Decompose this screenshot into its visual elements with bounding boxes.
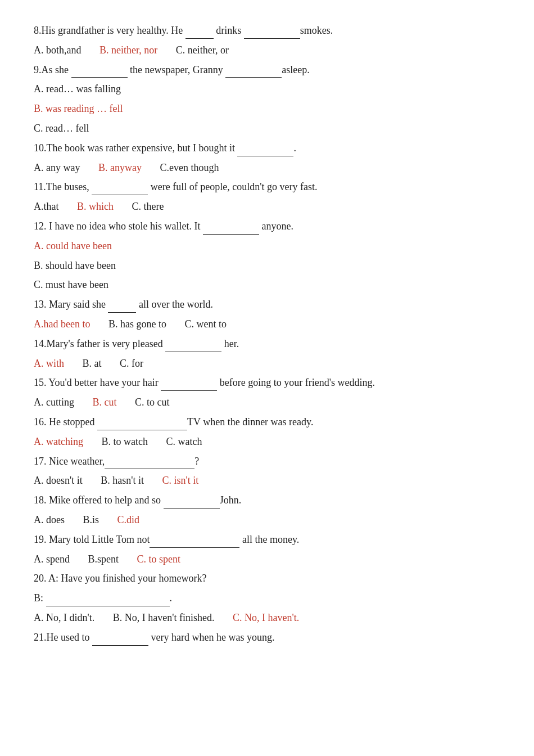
blank-9b <box>225 77 282 78</box>
options-16: A. watching B. to watch C. watch <box>34 434 500 450</box>
question-11: 11.The buses, were full of people, could… <box>34 179 500 195</box>
blank-12 <box>203 234 259 235</box>
option-15b: B. cut <box>93 397 117 408</box>
option-9c: C. read… fell <box>34 120 500 137</box>
question-20: 20. A: Have you finished your homework? <box>34 570 500 587</box>
options-10: A. any way B. anyway C.even though <box>34 160 500 176</box>
option-16c: C. watch <box>166 436 202 447</box>
options-19: A. spend B.spent C. to spent <box>34 551 500 568</box>
blank-9a <box>71 77 128 78</box>
options-20: A. No, I didn't. B. No, I haven't finish… <box>34 610 500 626</box>
blank-8a <box>185 38 214 39</box>
option-15c: C. to cut <box>135 397 170 408</box>
blank-11 <box>92 195 148 195</box>
option-17a: A. doesn't it <box>34 475 83 486</box>
option-16b: B. to watch <box>101 436 148 447</box>
option-14b: B. at <box>83 358 102 369</box>
blank-17 <box>105 469 194 469</box>
option-12c: C. must have been <box>34 277 500 293</box>
options-8: A. both,and B. neither, nor C. neither, … <box>34 42 500 58</box>
options-18: A. does B.is C.did <box>34 512 500 528</box>
options-11: A.that B. which C. there <box>34 199 500 215</box>
option-13b: B. has gone to <box>108 318 166 330</box>
option-8b: B. neither, nor <box>99 44 157 56</box>
option-14a: A. with <box>34 358 64 369</box>
option-17c: C. isn't it <box>162 475 199 486</box>
options-14: A. with B. at C. for <box>34 356 500 372</box>
option-11b: B. which <box>77 201 114 212</box>
question-13: 13. Mary said she all over the world. <box>34 296 500 313</box>
option-12b: B. should have been <box>34 258 500 274</box>
option-18b: B.is <box>83 514 99 525</box>
option-10a: A. any way <box>34 162 80 173</box>
blank-21 <box>92 645 148 646</box>
option-18a: A. does <box>34 514 65 525</box>
question-8: 8.His grandfather is very healthy. He dr… <box>34 22 500 39</box>
question-18: 18. Mike offered to help and so John. <box>34 492 500 508</box>
question-20-b: B: . <box>34 590 500 606</box>
options-17: A. doesn't it B. hasn't it C. isn't it <box>34 472 500 489</box>
option-10b: B. anyway <box>98 162 142 173</box>
option-8c: C. neither, or <box>176 44 229 56</box>
option-18c: C.did <box>117 514 140 525</box>
blank-20 <box>46 606 170 606</box>
question-16: 16. He stopped TV when the dinner was re… <box>34 414 500 430</box>
option-9a: A. read… was falling <box>34 81 500 97</box>
option-10c: C.even though <box>160 162 219 173</box>
option-19b: B.spent <box>88 554 119 565</box>
option-20b: B. No, I haven't finished. <box>113 612 215 623</box>
options-13: A.had been to B. has gone to C. went to <box>34 316 500 332</box>
option-17b: B. hasn't it <box>101 475 144 486</box>
blank-15 <box>161 390 217 391</box>
question-17: 17. Nice weather,? <box>34 453 500 470</box>
option-14c: C. for <box>120 358 143 369</box>
blank-18 <box>164 508 220 508</box>
question-21: 21.He used to very hard when he was youn… <box>34 629 500 646</box>
option-9b: B. was reading … fell <box>34 101 500 117</box>
blank-8b <box>244 38 300 39</box>
question-14: 14.Mary's father is very pleased her. <box>34 336 500 352</box>
option-8a: A. both,and <box>34 44 82 56</box>
option-11c: C. there <box>132 201 164 212</box>
blank-13 <box>108 312 136 313</box>
question-10: 10.The book was rather expensive, but I … <box>34 140 500 156</box>
option-20a: A. No, I didn't. <box>34 612 94 623</box>
blank-14 <box>165 352 221 352</box>
option-15a: A. cutting <box>34 397 74 408</box>
options-15: A. cutting B. cut C. to cut <box>34 394 500 411</box>
option-11a: A.that <box>34 201 59 212</box>
question-9: 9.As she the newspaper, Granny asleep. <box>34 62 500 78</box>
option-13a: A.had been to <box>34 318 90 330</box>
blank-16 <box>97 430 187 430</box>
question-12: 12. I have no idea who stole his wallet.… <box>34 218 500 235</box>
option-19a: A. spend <box>34 554 70 565</box>
option-20c: C. No, I haven't. <box>233 612 299 623</box>
question-15: 15. You'd better have your hair before g… <box>34 375 500 391</box>
question-19: 19. Mary told Little Tom not all the mon… <box>34 532 500 548</box>
option-12a: A. could have been <box>34 238 500 254</box>
blank-10 <box>237 156 293 156</box>
blank-19 <box>150 547 239 548</box>
option-13c: C. went to <box>184 318 227 330</box>
option-16a: A. watching <box>34 436 83 447</box>
option-19c: C. to spent <box>137 554 181 565</box>
